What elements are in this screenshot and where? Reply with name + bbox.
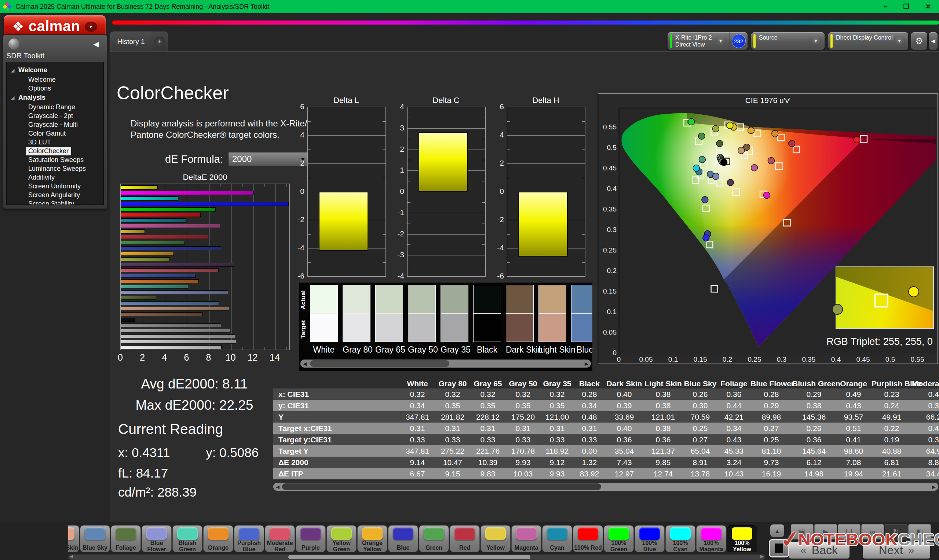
- inset-measured-marker: [908, 286, 919, 297]
- scroll-left-icon[interactable]: ◀: [301, 360, 308, 368]
- scroll-right-icon[interactable]: ▶: [930, 483, 937, 491]
- sidebar-item-color-gamut[interactable]: Color Gamut: [26, 129, 68, 138]
- sidebar-item-screen-uniformity[interactable]: Screen Uniformity: [26, 182, 83, 191]
- chevron-down-icon[interactable]: ▼: [894, 36, 905, 46]
- patch-scrollbar[interactable]: ◀ ▶: [68, 554, 765, 560]
- pattern-window-button[interactable]: [769, 539, 789, 557]
- patch-button-bluish-green[interactable]: Bluish Green: [173, 525, 202, 552]
- chevron-down-icon[interactable]: ▼: [810, 36, 822, 46]
- tick: [220, 184, 220, 186]
- swatch-dark-skin[interactable]: Dark Skin: [506, 285, 534, 342]
- minimize-icon[interactable]: –: [883, 3, 887, 11]
- levels-button[interactable]: ◧: [908, 524, 931, 540]
- table-cell: 170.78: [506, 445, 541, 457]
- patch-button-light-skin[interactable]: Light Skin: [68, 525, 79, 552]
- patch-scroll-up-button[interactable]: ▲: [770, 525, 784, 537]
- patch-button-100-yellow[interactable]: 100% Yellow: [727, 525, 757, 552]
- table-header-row: WhiteGray 80Gray 65Gray 50Gray 35BlackDa…: [273, 378, 939, 388]
- table-scroll-thumb[interactable]: [282, 483, 601, 490]
- play-button[interactable]: ▶: [814, 524, 837, 540]
- sidebar-radio-icon[interactable]: [8, 38, 19, 49]
- meter-count-badge[interactable]: 232: [732, 34, 746, 48]
- patch-button-magenta[interactable]: Magenta: [511, 525, 541, 552]
- patch-button-yellow[interactable]: Yellow: [481, 525, 510, 552]
- swatch-gray-50[interactable]: Gray 50: [408, 285, 436, 342]
- back-button[interactable]: « Back: [789, 542, 850, 558]
- sidebar-item-screen-stability[interactable]: Screen Stability: [26, 200, 77, 205]
- table-cell: 93.57: [836, 411, 871, 423]
- swatch-black[interactable]: Black: [473, 285, 501, 342]
- refresh-button[interactable]: ↻: [885, 524, 907, 540]
- swatch-label: Gray 80: [342, 345, 370, 355]
- logo-menu-chevron-icon[interactable]: ▼: [85, 22, 97, 32]
- y-tick-label: 0: [292, 187, 304, 196]
- next-button[interactable]: Next »: [863, 542, 930, 558]
- table-scrollbar[interactable]: ◀ ▶: [273, 483, 938, 491]
- tab-history-1[interactable]: History 1: [110, 32, 152, 51]
- scroll-left-icon[interactable]: ◀: [274, 483, 281, 491]
- bar-gray-50: [121, 329, 230, 333]
- expander-icon[interactable]: ◢: [11, 68, 14, 73]
- sidebar-item-options[interactable]: Options: [26, 84, 54, 93]
- patch-button-blue-sky[interactable]: Blue Sky: [80, 525, 110, 552]
- collapse-panel-button[interactable]: ◀: [929, 32, 937, 50]
- swatch-target: [473, 313, 501, 342]
- sidebar-item-grayscale-multi[interactable]: Grayscale - Multi: [26, 121, 80, 129]
- patch-button-100-red[interactable]: 100% Red: [573, 525, 603, 552]
- sidebar-collapse-icon[interactable]: ◀: [91, 38, 102, 49]
- swatch-scrollbar[interactable]: ◀ ▶: [301, 360, 591, 368]
- patch-button-purple[interactable]: Purple: [296, 525, 326, 552]
- source-dropdown[interactable]: Source ▼: [751, 32, 825, 50]
- patch-button-100-blue[interactable]: 100% Blue: [635, 525, 665, 552]
- capture-button[interactable]: ▣: [791, 524, 814, 540]
- scroll-right-icon[interactable]: ▶: [583, 360, 590, 368]
- patch-button-moderate-red[interactable]: Moderate Red: [265, 525, 295, 552]
- sidebar-group-analysis[interactable]: ◢Analysis: [6, 93, 103, 103]
- marker-button[interactable]: [·]: [838, 524, 860, 540]
- patch-button-foliage[interactable]: Foliage: [111, 525, 141, 552]
- patch-button-purplish-blue[interactable]: Purplish Blue: [234, 525, 264, 552]
- patch-button-red[interactable]: Red: [450, 525, 480, 552]
- close-icon[interactable]: ✕: [925, 3, 931, 11]
- sidebar-item-welcome[interactable]: Welcome: [26, 75, 58, 84]
- sidebar-item-dynamic-range[interactable]: Dynamic Range: [26, 103, 78, 111]
- table-cell: 0.31: [470, 423, 506, 434]
- sidebar-item-colorchecker[interactable]: ColorChecker: [26, 147, 71, 155]
- expander-icon[interactable]: ◢: [11, 95, 14, 100]
- patch-button-green[interactable]: Green: [419, 525, 449, 552]
- patch-button-orange-yellow[interactable]: Orange Yellow: [357, 525, 387, 552]
- sidebar-item-saturation-sweeps[interactable]: Saturation Sweeps: [26, 156, 86, 164]
- sidebar-item-luminance-sweeps[interactable]: Luminance Sweeps: [26, 165, 88, 173]
- settings-button[interactable]: ⚙: [911, 32, 927, 50]
- display-control-dropdown[interactable]: Direct Display Control ▼: [828, 32, 908, 50]
- sidebar-item-grayscale-2pt[interactable]: Grayscale - 2pt: [26, 112, 76, 120]
- sidebar-item-3d-lut[interactable]: 3D LUT: [26, 138, 54, 146]
- patch-button-orange[interactable]: Orange: [203, 525, 233, 552]
- scroll-right-icon[interactable]: ▶: [760, 554, 764, 559]
- sidebar-item-screen-angularity[interactable]: Screen Angularity: [26, 191, 83, 199]
- chevron-down-icon[interactable]: ▼: [715, 36, 727, 46]
- swatch-gray-80[interactable]: Gray 80: [342, 285, 370, 342]
- patch-scroll-thumb[interactable]: [288, 555, 530, 559]
- swatch-gray-65[interactable]: Gray 65: [375, 285, 403, 342]
- patch-button-cyan[interactable]: Cyan: [542, 525, 572, 552]
- swatch-scroll-thumb[interactable]: [310, 360, 449, 367]
- maximize-icon[interactable]: ❐: [904, 3, 909, 11]
- patch-button-blue-flower[interactable]: Blue Flower: [142, 525, 172, 552]
- swatch-gray-35[interactable]: Gray 35: [441, 285, 469, 342]
- patch-button-100-magenta[interactable]: 100% Magenta: [696, 525, 726, 552]
- loop-button[interactable]: ∞: [861, 524, 884, 540]
- patch-button-100-green[interactable]: 100% Green: [604, 525, 634, 552]
- add-tab-button[interactable]: +: [151, 32, 168, 52]
- swatch-actual: [441, 285, 469, 313]
- meter-dropdown[interactable]: X-Rite i1Pro 2 Direct View ▼ 232: [668, 32, 748, 50]
- patch-button-yellow-green[interactable]: Yellow Green: [327, 525, 356, 552]
- sidebar-item-additivity[interactable]: Additivity: [26, 173, 57, 182]
- patch-button-blue[interactable]: Blue: [388, 525, 418, 552]
- swatch-light-skin[interactable]: Light Skin: [538, 285, 566, 342]
- swatch-white[interactable]: White: [310, 285, 338, 342]
- scroll-left-icon[interactable]: ◀: [70, 554, 73, 559]
- patch-button-100-cyan[interactable]: 100% Cyan: [665, 525, 695, 552]
- sidebar-group-welcome[interactable]: ◢Welcome: [6, 65, 103, 75]
- swatch-blue[interactable]: Blue: [571, 285, 592, 342]
